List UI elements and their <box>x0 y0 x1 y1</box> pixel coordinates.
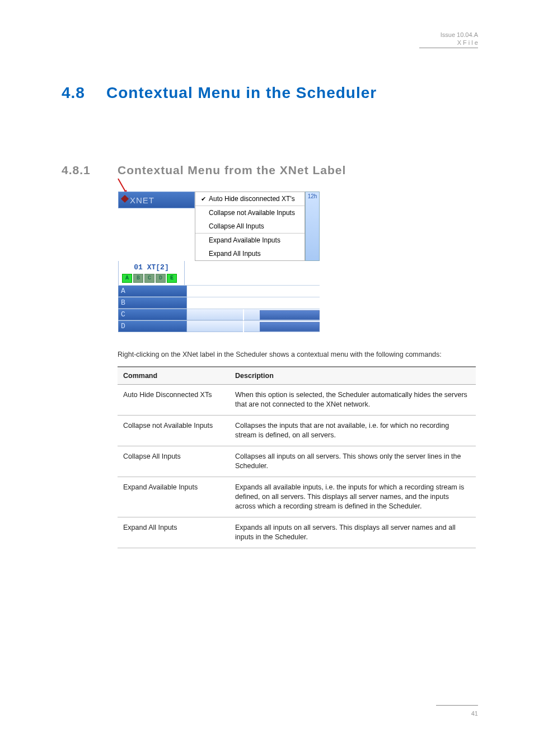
cmd-cell: Expand All Inputs <box>118 517 229 548</box>
track <box>187 309 320 320</box>
menu-collapse-na[interactable]: Collapse not Available Inputs <box>195 206 305 220</box>
table-header-description: Description <box>229 367 476 385</box>
page-header: Issue 10.04.A X F i l e <box>441 31 478 46</box>
commands-table: Command Description Auto Hide Disconnect… <box>118 366 476 548</box>
row-label[interactable]: C <box>118 309 187 320</box>
table-row: Collapse not Available Inputs Collapses … <box>118 416 476 446</box>
header-issue: Issue 10.04.A <box>441 31 478 38</box>
recording-bar <box>260 310 320 320</box>
footer-rule <box>436 705 478 706</box>
chip-e[interactable]: E <box>167 274 177 283</box>
server-label: 01 XT[2] <box>119 261 184 273</box>
screenshot-figure: XNET ✔ Auto Hide disconnected XT's Colla… <box>118 191 320 333</box>
table-header-command: Command <box>118 367 229 385</box>
header-rule <box>419 48 478 48</box>
menu-item-label: Expand All Inputs <box>209 250 261 258</box>
intro-paragraph: Right-clicking on the XNet label in the … <box>118 349 476 360</box>
track <box>187 321 320 332</box>
cmd-cell: Collapse not Available Inputs <box>118 416 229 446</box>
subsection-number: 4.8.1 <box>62 164 118 177</box>
row-label[interactable]: D <box>118 321 187 332</box>
cmd-cell: Auto Hide Disconnected XTs <box>118 385 229 416</box>
menu-item-label: Auto Hide disconnected XT's <box>209 195 295 203</box>
table-row: Expand Available Inputs Expands all avai… <box>118 477 476 517</box>
recording-bar <box>260 322 320 332</box>
menu-collapse-all[interactable]: Collapse All Inputs <box>195 220 305 233</box>
subsection-heading: 4.8.1Contextual Menu from the XNet Label <box>62 164 478 177</box>
chip-c[interactable]: C <box>144 274 154 283</box>
chip-a[interactable]: A <box>122 274 132 283</box>
server-cell: 01 XT[2] A B C D E <box>118 261 185 285</box>
row-label[interactable]: A <box>118 286 187 297</box>
header-product: X F i l e <box>457 39 478 46</box>
page-number: 41 <box>471 710 478 717</box>
menu-item-label: Collapse not Available Inputs <box>209 209 295 217</box>
xnet-label[interactable]: XNET <box>118 192 195 208</box>
context-menu: ✔ Auto Hide disconnected XT's Collapse n… <box>195 192 305 261</box>
xnet-label-text: XNET <box>130 195 154 205</box>
table-row: Collapse All Inputs Collapses all inputs… <box>118 446 476 477</box>
section-heading: 4.8Contextual Menu in the Scheduler <box>62 84 478 102</box>
menu-item-label: Collapse All Inputs <box>209 222 264 230</box>
menu-item-label: Expand Available Inputs <box>209 236 280 244</box>
desc-cell: Expands all available inputs, i.e. the i… <box>229 477 476 517</box>
input-chips: A B C D E <box>119 273 184 285</box>
time-column-header: 12h <box>305 192 320 261</box>
table-row: Auto Hide Disconnected XTs When this opt… <box>118 385 476 416</box>
menu-expand-avail[interactable]: Expand Available Inputs <box>195 234 305 247</box>
chip-d[interactable]: D <box>156 274 166 283</box>
desc-cell: Collapses all inputs on all servers. Thi… <box>229 446 476 477</box>
menu-expand-all[interactable]: Expand All Inputs <box>195 247 305 260</box>
table-row: Expand All Inputs Expands all inputs on … <box>118 517 476 548</box>
desc-cell: When this option is selected, the Schedu… <box>229 385 476 416</box>
section-number: 4.8 <box>62 84 106 102</box>
chip-b[interactable]: B <box>133 274 143 283</box>
row-label[interactable]: B <box>118 297 187 309</box>
check-icon: ✔ <box>201 195 209 203</box>
cmd-cell: Collapse All Inputs <box>118 446 229 477</box>
diamond-icon <box>121 195 129 203</box>
desc-cell: Expands all inputs on all servers. This … <box>229 517 476 548</box>
cmd-cell: Expand Available Inputs <box>118 477 229 517</box>
subsection-title: Contextual Menu from the XNet Label <box>118 164 346 176</box>
section-title: Contextual Menu in the Scheduler <box>106 84 377 101</box>
menu-auto-hide[interactable]: ✔ Auto Hide disconnected XT's <box>195 192 305 206</box>
desc-cell: Collapses the inputs that are not availa… <box>229 416 476 446</box>
